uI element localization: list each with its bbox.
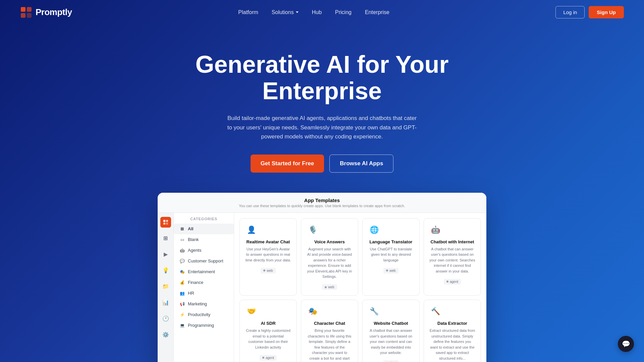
nav-platform[interactable]: Platform (238, 9, 258, 15)
nav-actions: Log in Sign Up (555, 6, 624, 18)
template-tag: chat (383, 360, 398, 362)
svg-rect-4 (163, 220, 165, 222)
cat-icon-marketing: 📢 (179, 301, 185, 307)
template-card-ai-sdr[interactable]: 🤝 AI SDR Create a highly customized emai… (239, 300, 297, 362)
template-card-website-chatbot[interactable]: 🔧 Website Chatbot A chatbot that can ans… (362, 300, 420, 362)
template-icon-chatbot-internet: 🤖 (429, 224, 441, 236)
hero-section: Generative AI for Your Enterprise Build … (0, 24, 644, 362)
sidebar-icon-grid[interactable]: ⊞ (160, 233, 171, 244)
panel-title: App Templates (164, 197, 480, 203)
tag-dot (446, 281, 448, 283)
sidebar-icon-chart[interactable]: 📊 (160, 297, 171, 308)
template-desc: A chatbot that can answer user's questio… (429, 246, 475, 274)
svg-rect-3 (27, 13, 32, 18)
logo-icon (20, 6, 32, 18)
hero-buttons: Get Started for Free Browse AI Apps (7, 155, 637, 173)
cat-icon-customer-support: 💬 (179, 258, 185, 264)
logo[interactable]: Promptly (20, 6, 72, 18)
nav-solutions[interactable]: Solutions (272, 9, 299, 15)
hero-subtitle: Build tailor-made generative AI agents, … (225, 114, 419, 141)
sidebar-icon-play[interactable]: ▶ (160, 249, 171, 260)
svg-rect-5 (166, 220, 168, 222)
template-card-character-chat[interactable]: 🎭 Character Chat Bring your favorite cha… (301, 300, 358, 362)
nav-enterprise[interactable]: Enterprise (365, 9, 389, 15)
sidebar-icon-folder[interactable]: 📁 (160, 281, 171, 292)
templates-grid: 👤 Realtime Avatar Chat Use your HeyGen's… (234, 213, 486, 362)
tag-dot (263, 269, 265, 272)
template-card-data-extractor[interactable]: 🔨 Data Extractor Extract structured data… (424, 300, 481, 362)
categories-label: CATEGORIES (174, 217, 234, 224)
cat-icon-entertainment: 🎭 (179, 269, 185, 275)
template-name: Data Extractor (429, 321, 475, 326)
chevron-down-icon (296, 11, 299, 13)
tag-dot (325, 286, 327, 288)
signup-button[interactable]: Sign Up (589, 6, 624, 18)
template-name: Realtime Avatar Chat (245, 239, 291, 244)
cat-icon-blank: ▭ (179, 237, 185, 243)
template-desc: Use ChatGPT to translate given text to a… (368, 246, 414, 263)
sidebar-icon-logo[interactable] (160, 217, 171, 228)
svg-rect-0 (21, 7, 25, 12)
chat-icon: 💬 (622, 340, 630, 348)
category-customer-support[interactable]: 💬 Customer Support (174, 256, 234, 266)
svg-rect-7 (166, 223, 168, 225)
category-agents[interactable]: 🤖 Agents (174, 245, 234, 256)
panel-subtitle: You can use these templates to quickly c… (164, 204, 480, 208)
cat-icon-agents: 🤖 (179, 247, 185, 253)
get-started-button[interactable]: Get Started for Free (251, 155, 324, 173)
nav-pricing[interactable]: Pricing (335, 9, 352, 15)
template-icon-voice-answers: 🎙️ (307, 224, 319, 236)
category-marketing[interactable]: 📢 Marketing (174, 299, 234, 309)
template-tag: agent (444, 279, 461, 285)
svg-rect-1 (27, 7, 32, 12)
template-desc: Bring your favorite characters to life u… (307, 328, 353, 362)
category-finance[interactable]: 💰 Finance (174, 277, 234, 288)
template-desc: A chatbot that can answer user's questio… (368, 328, 414, 356)
template-tag: web (261, 268, 275, 274)
cat-icon-productivity: ⚡ (179, 312, 185, 318)
navbar: Promptly Platform Solutions Hub Pricing … (0, 0, 644, 24)
login-button[interactable]: Log in (555, 6, 585, 18)
svg-rect-2 (21, 13, 25, 18)
template-name: Website Chatbot (368, 321, 414, 326)
template-name: Voice Answers (307, 239, 353, 244)
template-name: Language Translator (368, 239, 414, 244)
app-screenshot: App Templates You can use these template… (158, 193, 486, 362)
template-desc: Use your HeyGen's Avatar to answer quest… (245, 246, 291, 263)
sidebar-icon-settings[interactable]: ⚙️ (160, 329, 171, 340)
template-tag: web (383, 268, 398, 274)
tag-dot (386, 269, 388, 272)
chat-button[interactable]: 💬 (618, 336, 634, 352)
template-name: AI SDR (245, 321, 291, 326)
browse-apps-button[interactable]: Browse AI Apps (329, 155, 393, 173)
category-programming[interactable]: 💻 Programming (174, 320, 234, 331)
template-icon-ai-sdr: 🤝 (245, 305, 257, 317)
template-card-chatbot-internet[interactable]: 🤖 Chatbot with Internet A chatbot that c… (424, 218, 481, 296)
template-card-voice-answers[interactable]: 🎙️ Voice Answers Augment your search wit… (301, 218, 358, 296)
sidebar-icon-history[interactable]: 🕐 (160, 313, 171, 324)
category-all[interactable]: ⊞ All (174, 224, 234, 234)
cat-icon-finance: 💰 (179, 280, 185, 286)
category-productivity[interactable]: ⚡ Productivity (174, 309, 234, 320)
template-desc: Extract structured data from unstructure… (429, 328, 475, 361)
cat-icon-hr: 👥 (179, 290, 185, 296)
screenshot-header: App Templates You can use these template… (158, 193, 486, 213)
template-icon-character-chat: 🎭 (307, 305, 319, 317)
template-icon-website-chatbot: 🔧 (368, 305, 380, 317)
category-entertainment[interactable]: 🎭 Entertainment (174, 266, 234, 277)
template-desc: Create a highly customized email to a po… (245, 328, 291, 350)
tag-dot (262, 357, 264, 359)
category-blank[interactable]: ▭ Blank (174, 234, 234, 245)
sidebar-icon-bulb[interactable]: 💡 (160, 265, 171, 276)
template-name: Character Chat (307, 321, 353, 326)
screenshot-body: ⊞ ▶ 💡 📁 📊 🕐 ⚙️ CATEGORIES ⊞ All ▭ Blank (158, 213, 486, 362)
sidebar-icons: ⊞ ▶ 💡 📁 📊 🕐 ⚙️ (158, 213, 174, 362)
hero-title: Generative AI for Your Enterprise (7, 51, 637, 104)
template-name: Chatbot with Internet (429, 239, 475, 244)
template-card-language-translator[interactable]: 🌐 Language Translator Use ChatGPT to tra… (362, 218, 420, 296)
cat-icon-all: ⊞ (179, 226, 185, 232)
nav-links: Platform Solutions Hub Pricing Enterpris… (238, 9, 389, 15)
template-card-realtime-avatar[interactable]: 👤 Realtime Avatar Chat Use your HeyGen's… (239, 218, 297, 296)
category-hr[interactable]: 👥 HR (174, 288, 234, 299)
nav-hub[interactable]: Hub (312, 9, 322, 15)
